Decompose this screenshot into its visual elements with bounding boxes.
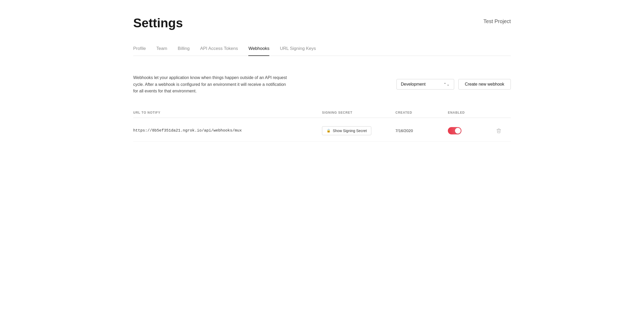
col-header-actions	[495, 111, 511, 114]
tabs-list: Profile Team Billing API Access Tokens W…	[133, 46, 511, 56]
project-name: Test Project	[484, 16, 511, 24]
col-header-enabled: ENABLED	[448, 111, 495, 114]
environment-select[interactable]: Development ⌃⌄	[396, 79, 454, 90]
main-content: Webhooks let your application know when …	[133, 69, 511, 147]
delete-webhook-button[interactable]	[495, 127, 502, 134]
toggle-switch[interactable]	[448, 127, 461, 134]
table-row: https://8b5ef351da21.ngrok.io/api/webhoo…	[133, 120, 511, 142]
webhook-actions	[495, 127, 511, 134]
col-header-url: URL TO NOTIFY	[133, 111, 322, 114]
tab-team[interactable]: Team	[156, 46, 167, 56]
toggle-thumb	[455, 128, 461, 134]
webhook-created-date: 7/16/2020	[395, 128, 448, 133]
webhooks-table: URL TO NOTIFY SIGNING SECRET CREATED ENA…	[133, 108, 511, 142]
webhook-url: https://8b5ef351da21.ngrok.io/api/webhoo…	[133, 128, 322, 133]
tab-profile[interactable]: Profile	[133, 46, 146, 56]
tabs-container: Profile Team Billing API Access Tokens W…	[133, 46, 511, 56]
controls-section: Development ⌃⌄ Create new webhook	[396, 79, 511, 90]
col-header-signing-secret: SIGNING SECRET	[322, 111, 395, 114]
tab-api-access-tokens[interactable]: API Access Tokens	[200, 46, 238, 56]
top-section: Webhooks let your application know when …	[133, 74, 511, 95]
show-signing-secret-button[interactable]: 🔒 Show Signing Secret	[322, 126, 371, 135]
trash-icon	[496, 128, 501, 133]
environment-select-value: Development	[401, 82, 426, 87]
table-header: URL TO NOTIFY SIGNING SECRET CREATED ENA…	[133, 108, 511, 118]
col-header-created: CREATED	[395, 111, 448, 114]
create-webhook-button[interactable]: Create new webhook	[458, 79, 511, 90]
show-secret-label: Show Signing Secret	[333, 129, 367, 133]
tab-webhooks[interactable]: Webhooks	[248, 46, 269, 56]
webhooks-description: Webhooks let your application know when …	[133, 74, 291, 95]
page-title: Settings	[133, 16, 183, 30]
tab-url-signing-keys[interactable]: URL Signing Keys	[280, 46, 316, 56]
signing-secret-cell: 🔒 Show Signing Secret	[322, 126, 395, 135]
chevron-updown-icon: ⌃⌄	[443, 82, 450, 86]
tab-billing[interactable]: Billing	[178, 46, 190, 56]
lock-icon: 🔒	[326, 129, 331, 133]
webhook-enabled-toggle[interactable]	[448, 127, 495, 134]
